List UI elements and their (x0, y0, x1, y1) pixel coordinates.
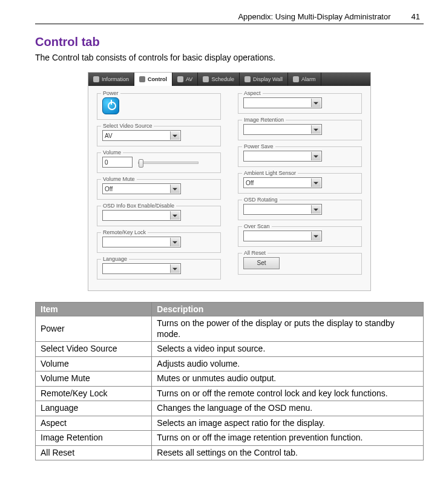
chevron-down-icon (313, 102, 318, 105)
th-description: Description (152, 303, 424, 316)
group-label: Volume (101, 149, 123, 155)
cell-item: Language (36, 401, 152, 416)
right-column: Aspect Image Retention Power Save Ambien… (238, 93, 362, 280)
volume-mute-dropdown[interactable]: Off (102, 183, 181, 194)
app-screenshot: Information Control AV Schedule Display … (88, 72, 371, 291)
table-row: Image RetentionTurns on or off the image… (36, 431, 424, 446)
group-label: Power Save (242, 143, 275, 149)
group-power-save: Power Save (238, 146, 362, 167)
th-item: Item (36, 303, 152, 316)
language-dropdown[interactable] (102, 263, 181, 274)
cell-item: Power (36, 316, 152, 342)
video-source-dropdown[interactable]: AV (102, 130, 181, 141)
chevron-down-icon (172, 135, 177, 137)
chevron-down-icon (313, 209, 318, 211)
osd-rotating-dropdown[interactable] (243, 204, 322, 215)
ambient-light-dropdown[interactable]: Off (243, 177, 322, 188)
group-remote-key-lock: Remote/Key Lock (97, 232, 221, 253)
table-row: LanguageChanges the language of the OSD … (36, 401, 424, 416)
group-osd-info-box: OSD Info Box Enable/Disable (97, 206, 221, 226)
remote-key-lock-dropdown[interactable] (102, 237, 181, 247)
group-label: Volume Mute (101, 176, 137, 182)
av-icon (177, 76, 183, 82)
chevron-down-icon (172, 215, 177, 217)
cell-item: Volume Mute (36, 371, 152, 387)
image-retention-dropdown[interactable] (243, 124, 322, 135)
cell-desc: Selects a video input source. (152, 342, 424, 357)
volume-input[interactable]: 0 (102, 157, 133, 168)
tab-av[interactable]: AV (172, 73, 198, 86)
osd-info-dropdown[interactable] (102, 210, 181, 221)
chevron-down-icon (172, 241, 177, 244)
tab-label: Information (102, 76, 129, 82)
table-row: Volume MuteMutes or unmutes audio output… (36, 371, 424, 387)
tab-label: Display Wall (253, 76, 283, 82)
displaywall-icon (244, 76, 251, 82)
alarm-icon (293, 76, 299, 82)
over-scan-dropdown[interactable] (243, 231, 322, 241)
chevron-down-icon (313, 155, 318, 158)
cell-item: Remote/Key Lock (36, 386, 152, 401)
cell-desc: Resets all settings on the Control tab. (152, 445, 424, 460)
tab-alarm[interactable]: Alarm (288, 73, 321, 86)
all-reset-set-button[interactable]: Set (243, 257, 280, 269)
section-heading: Control tab (35, 35, 424, 49)
group-over-scan: Over Scan (238, 226, 362, 247)
group-ambient-light-sensor: Ambient Light Sensor Off (238, 173, 362, 194)
group-label: Power (101, 90, 120, 96)
left-column: Power Select Video Source AV Volume 0 Vo… (97, 93, 221, 280)
cell-desc: Turns on the power of the display or put… (152, 316, 424, 342)
tab-information[interactable]: Information (88, 73, 134, 86)
control-panel: Power Select Video Source AV Volume 0 Vo… (88, 86, 370, 290)
cell-item: Volume (36, 356, 152, 371)
intro-paragraph: The Control tab consists of controls for… (35, 53, 424, 62)
group-select-video-source: Select Video Source AV (97, 126, 221, 146)
power-save-dropdown[interactable] (243, 151, 322, 162)
group-label: OSD Rotating (242, 197, 280, 203)
header-rule (35, 24, 424, 24)
dropdown-value: Off (105, 186, 113, 192)
cell-desc: Selects an image aspect ratio for the di… (152, 416, 424, 431)
cell-desc: Turns on or off the remote control lock … (152, 386, 424, 401)
power-button[interactable] (102, 97, 119, 114)
group-label: Aspect (242, 90, 263, 96)
schedule-icon (203, 76, 209, 82)
group-all-reset: All Reset Set (238, 253, 362, 275)
page-number: 41 (412, 12, 420, 21)
group-language: Language (97, 259, 221, 280)
running-title: Appendix: Using Multi-Display Administra… (238, 12, 390, 21)
tab-label: AV (186, 76, 192, 82)
info-icon (93, 76, 99, 82)
group-label: All Reset (242, 250, 267, 256)
group-image-retention: Image Retention (238, 120, 362, 140)
tab-label: Alarm (301, 76, 316, 82)
group-label: Ambient Light Sensor (242, 170, 298, 176)
tab-schedule[interactable]: Schedule (198, 73, 240, 86)
cell-item: Select Video Source (36, 342, 152, 357)
cell-desc: Adjusts audio volume. (152, 356, 424, 371)
group-volume-mute: Volume Mute Off (97, 179, 221, 200)
table-row: VolumeAdjusts audio volume. (36, 356, 424, 371)
tab-display-wall[interactable]: Display Wall (240, 73, 288, 86)
group-label: Language (101, 256, 129, 262)
table-row: All ResetResets all settings on the Cont… (36, 445, 424, 460)
chevron-down-icon (313, 235, 318, 238)
chevron-down-icon (172, 188, 177, 191)
tab-bar: Information Control AV Schedule Display … (88, 73, 370, 86)
cell-desc: Mutes or unmutes audio output. (152, 371, 424, 387)
cell-desc: Turns on or off the image retention prev… (152, 431, 424, 446)
group-osd-rotating: OSD Rotating (238, 200, 362, 220)
description-table: Item Description PowerTurns on the power… (35, 302, 424, 460)
dropdown-value: Off (246, 180, 254, 186)
group-label: Remote/Key Lock (101, 229, 148, 235)
table-row: PowerTurns on the power of the display o… (36, 316, 424, 342)
table-row: Remote/Key LockTurns on or off the remot… (36, 386, 424, 401)
tab-control[interactable]: Control (134, 73, 172, 86)
slider-thumb[interactable] (139, 159, 143, 168)
volume-slider[interactable] (138, 162, 199, 164)
tab-label: Schedule (211, 76, 234, 82)
cell-item: All Reset (36, 445, 152, 460)
chevron-down-icon (172, 268, 177, 270)
group-label: Select Video Source (101, 123, 154, 129)
aspect-dropdown[interactable] (243, 97, 322, 108)
